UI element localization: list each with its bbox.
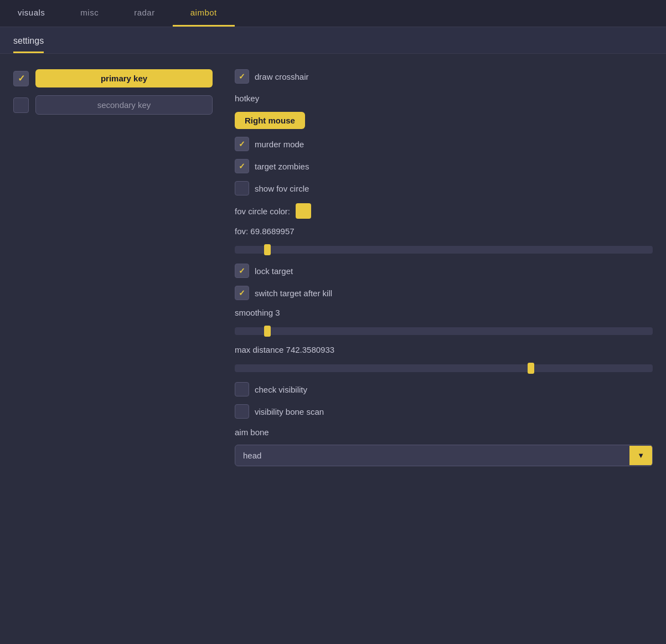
check-visibility-checkbox[interactable]	[235, 382, 249, 396]
aim-bone-value: head	[235, 445, 629, 466]
max-distance-slider[interactable]	[235, 362, 653, 374]
draw-crosshair-checkmark: ✓	[239, 72, 245, 81]
smoothing-slider-thumb[interactable]	[264, 326, 271, 337]
smoothing-slider-track	[235, 327, 653, 335]
primary-key-checkmark: ✓	[18, 73, 25, 84]
target-zombies-row: ✓ target zombies	[235, 159, 653, 173]
draw-crosshair-checkbox[interactable]: ✓	[235, 69, 249, 84]
smoothing-label: smoothing 3	[235, 308, 653, 317]
lock-target-label: lock target	[255, 266, 293, 276]
draw-crosshair-row: ✓ draw crosshair	[235, 69, 653, 84]
primary-key-checkbox[interactable]: ✓	[13, 71, 29, 86]
fov-value-label: fov: 69.8689957	[235, 226, 653, 236]
switch-target-checkbox[interactable]: ✓	[235, 286, 249, 300]
primary-key-row: ✓ primary key	[13, 69, 213, 87]
target-zombies-label: target zombies	[255, 162, 309, 171]
visibility-bone-scan-row: visibility bone scan	[235, 404, 653, 419]
switch-target-row: ✓ switch target after kill	[235, 286, 653, 300]
right-panel: ✓ draw crosshair hotkey Right mouse ✓ mu…	[235, 69, 653, 466]
murder-mode-checkmark: ✓	[239, 140, 245, 148]
show-fov-circle-checkbox[interactable]	[235, 181, 249, 195]
switch-target-checkmark: ✓	[239, 288, 245, 297]
murder-mode-row: ✓ murder mode	[235, 137, 653, 151]
fov-circle-color-label: fov circle color:	[235, 207, 290, 216]
fov-circle-color-swatch[interactable]	[296, 203, 311, 219]
fov-slider-thumb[interactable]	[264, 244, 271, 255]
lock-target-checkbox[interactable]: ✓	[235, 264, 249, 278]
show-fov-circle-row: show fov circle	[235, 181, 653, 195]
tab-bar: visuals misc radar aimbot	[0, 0, 666, 27]
dropdown-arrow-icon[interactable]: ▼	[629, 446, 652, 465]
max-distance-slider-thumb[interactable]	[528, 363, 534, 374]
secondary-key-checkbox[interactable]	[13, 97, 29, 113]
left-panel: ✓ primary key secondary key	[13, 69, 213, 466]
murder-mode-checkbox[interactable]: ✓	[235, 137, 249, 151]
visibility-bone-scan-label: visibility bone scan	[255, 407, 324, 416]
tab-aimbot[interactable]: aimbot	[173, 0, 235, 27]
aim-bone-dropdown[interactable]: head ▼	[235, 445, 653, 466]
lock-target-checkmark: ✓	[239, 266, 245, 275]
hotkey-label: hotkey	[235, 94, 653, 103]
lock-target-row: ✓ lock target	[235, 264, 653, 278]
murder-mode-label: murder mode	[255, 140, 304, 149]
target-zombies-checkmark: ✓	[239, 162, 245, 171]
max-distance-slider-track	[235, 364, 653, 372]
hotkey-button[interactable]: Right mouse	[235, 112, 305, 129]
primary-key-button[interactable]: primary key	[35, 69, 213, 87]
tab-misc[interactable]: misc	[63, 0, 116, 27]
fov-slider-track	[235, 246, 653, 254]
show-fov-circle-label: show fov circle	[255, 184, 309, 193]
switch-target-label: switch target after kill	[255, 288, 332, 298]
check-visibility-row: check visibility	[235, 382, 653, 396]
settings-title: settings	[13, 36, 44, 53]
max-distance-label: max distance 742.3580933	[235, 345, 653, 354]
settings-header: settings	[0, 27, 666, 54]
secondary-key-row: secondary key	[13, 95, 213, 115]
target-zombies-checkbox[interactable]: ✓	[235, 159, 249, 173]
fov-circle-color-row: fov circle color:	[235, 203, 653, 219]
main-content: ✓ primary key secondary key ✓ draw cross…	[0, 54, 666, 482]
aim-bone-label: aim bone	[235, 427, 653, 437]
visibility-bone-scan-checkbox[interactable]	[235, 404, 249, 419]
fov-slider[interactable]	[235, 244, 653, 256]
hotkey-row: Right mouse	[235, 112, 653, 129]
tab-visuals[interactable]: visuals	[0, 0, 63, 27]
check-visibility-label: check visibility	[255, 385, 307, 394]
smoothing-slider[interactable]	[235, 325, 653, 337]
draw-crosshair-label: draw crosshair	[255, 72, 309, 81]
tab-radar[interactable]: radar	[116, 0, 173, 27]
secondary-key-button[interactable]: secondary key	[35, 95, 213, 115]
